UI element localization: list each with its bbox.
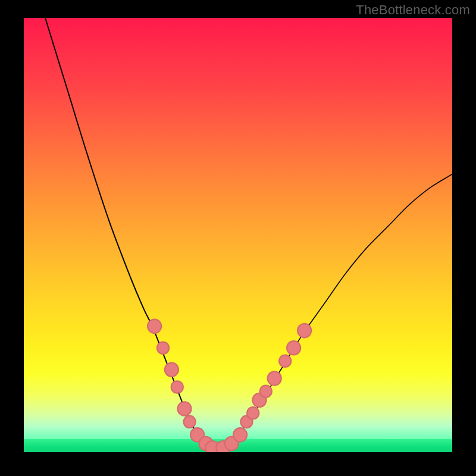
data-dot [184, 416, 196, 428]
watermark-label: TheBottleneck.com [356, 2, 470, 18]
chart-stage: TheBottleneck.com [0, 0, 476, 476]
data-dot [171, 381, 183, 393]
data-dot [247, 407, 259, 419]
data-dot [157, 342, 169, 354]
data-dot [233, 428, 247, 441]
data-dot [148, 320, 161, 333]
data-dot [287, 341, 300, 355]
data-dot [279, 355, 291, 367]
bottleneck-curve-left [45, 18, 221, 448]
data-dot [177, 402, 191, 415]
bottleneck-curve-right [212, 174, 452, 448]
data-dot [298, 324, 311, 337]
data-dot [165, 363, 178, 377]
data-dot [260, 386, 272, 397]
data-dot [268, 371, 281, 385]
plot-area [24, 18, 452, 452]
data-dots [148, 320, 311, 452]
curve-layer [24, 18, 452, 452]
